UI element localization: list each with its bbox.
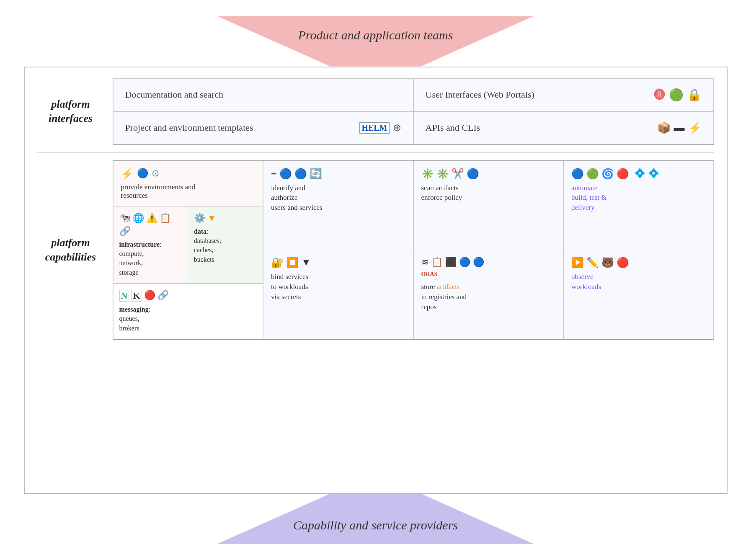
messaging-text: messaging:queues,brokers (119, 305, 257, 333)
icon-zot: ≋ (421, 257, 429, 268)
environments-top: ⚡ 🔵 ⊙ provide environments andresources (114, 161, 263, 207)
data-text: data:databases,caches,buckets (194, 227, 257, 265)
store-icons: ≋ 📋 ⬛ 🔵 🔵 (421, 257, 484, 268)
user-interfaces-text: User Interfaces (Web Portals) (426, 89, 650, 100)
icon-pencil: ✏️ (586, 257, 599, 268)
platform-capabilities-label-text: platformcapabilities (45, 236, 96, 264)
bottom-banner-label: Capability and service providers (293, 518, 458, 532)
interfaces-grid: Documentation and search User Interfaces… (113, 78, 714, 145)
main-container: Product and application teams platformin… (24, 16, 728, 544)
icon-nats: N (119, 290, 129, 302)
icon-backstage: 🅐 (654, 88, 666, 102)
icon-green-dot: 🟢 (669, 88, 684, 102)
icon-chevron-down: ▼ (207, 213, 217, 224)
top-banner-label: Product and application teams (298, 28, 453, 42)
scan-icons: ✳️ ✳️ ✂️ 🔵 (421, 168, 479, 180)
top-banner: Product and application teams (24, 16, 728, 67)
bind-icons: 🔐 ⏹️ ▼ (271, 257, 311, 268)
icon-rancher: 🐄 (119, 213, 131, 224)
icon-rotate: 🔄 (310, 168, 322, 180)
observe-cell: ▶️ ✏️ 🐻 🔴 observeworkloads (564, 250, 713, 339)
bind-services-cell: 🔐 ⏹️ ▼ bind servicesto workloadsvia secr… (263, 250, 413, 339)
cap-col-environments: ⚡ 🔵 ⊙ provide environments andresources … (113, 161, 263, 340)
platform-interfaces-label: platforminterfaces (37, 78, 104, 145)
platform-interfaces-section: platforminterfaces Documentation and sea… (37, 78, 714, 145)
bind-text: bind servicesto workloadsvia secrets (271, 272, 308, 302)
icon-argocd: 🟢 (586, 168, 599, 180)
icon-lightning: ⚡ (121, 168, 134, 180)
capabilities-grid: ⚡ 🔵 ⊙ provide environments andresources … (113, 160, 714, 340)
infrastructure-text: infrastructure:compute,network,storage (119, 240, 182, 278)
icon-cert: 🔵 (279, 168, 292, 180)
icon-down2: ▼ (301, 257, 311, 268)
icon-falco: ✳️ (421, 168, 434, 180)
platform-capabilities-label: platformcapabilities (37, 160, 104, 340)
identify-authorize-cell: ≡ 🔵 🔵 🔄 identify andauthorizeusers and s… (263, 161, 413, 250)
environments-top-icons: ⚡ 🔵 ⊙ (121, 168, 255, 180)
icon-diamond2: 💠 (648, 168, 659, 180)
section-divider (37, 152, 714, 153)
icon-kafka: K (131, 290, 142, 302)
automate-cell: 🔵 🟢 🌀 🔴 💠 💠 automatebuild, test &deliver… (564, 161, 713, 250)
icon-vault: 🔵 (294, 168, 307, 180)
bottom-banner: Capability and service providers (24, 494, 728, 544)
platform-capabilities-section: platformcapabilities ⚡ 🔵 ⊙ provide envir… (37, 160, 714, 340)
icon-lock: 🔒 (687, 88, 702, 102)
icon-blue1: 🔵 (137, 168, 148, 180)
icon-scan4: 🔵 (467, 168, 479, 180)
messaging-subcell: N K 🔴 🔗 messaging:queues,brokers (114, 284, 263, 339)
icon-vcluster: 🌐 (133, 213, 144, 224)
icon-gear-data: ⚙️ (194, 213, 205, 224)
cap-col-automate: 🔵 🟢 🌀 🔴 💠 💠 automatebuild, test &deliver… (563, 161, 714, 340)
identify-text: identify andauthorizeusers and services (271, 183, 323, 213)
doc-search-text: Documentation and search (125, 89, 401, 100)
environments-top-text: provide environments andresources (121, 183, 255, 200)
icon-terraform: ⚡ (688, 121, 702, 134)
project-templates-text: Project and environment templates (125, 122, 356, 133)
identify-icons: ≡ 🔵 🔵 🔄 (271, 168, 322, 180)
icon-store3: ⬛ (445, 257, 457, 268)
icon-list: ≡ (271, 168, 277, 180)
user-interfaces-icons: 🅐 🟢 🔒 (654, 88, 702, 102)
icon-store5: 🔵 (473, 257, 484, 268)
project-templates-icons: HELM ⊕ (359, 122, 401, 134)
helm-icon: HELM (359, 122, 389, 134)
scan-artifacts-cell: ✳️ ✳️ ✂️ 🔵 scan artifactsenforce policy (414, 161, 563, 250)
icon-diamond1: 💠 (634, 168, 645, 180)
scan-text: scan artifactsenforce policy (421, 183, 462, 203)
outer-content-box: platforminterfaces Documentation and sea… (24, 67, 728, 494)
observe-icons: ▶️ ✏️ 🐻 🔴 (571, 257, 629, 268)
oras-label: ORAS (421, 271, 438, 278)
data-icons: ⚙️ ▼ (194, 213, 257, 224)
store-artifacts-cell: ≋ 📋 ⬛ 🔵 🔵 ORAS store artifactsin registr… (414, 250, 563, 339)
infrastructure-subcell: 🐄 🌐 ⚠️ 📋 🔗 infrastructure:compute,networ… (114, 207, 188, 284)
apis-clis-icons: 📦 ▬ ⚡ (657, 121, 702, 134)
icon-lock2: 🔐 (271, 257, 284, 268)
apis-clis-text: APIs and CLIs (426, 122, 653, 133)
icon-tekton: 🔵 (571, 168, 584, 180)
cap-col-identity: ≡ 🔵 🔵 🔄 identify andauthorizeusers and s… (263, 161, 413, 340)
automate-icons: 🔵 🟢 🌀 🔴 💠 💠 (571, 168, 659, 180)
data-subcell: ⚙️ ▼ data:databases,caches,buckets (188, 207, 263, 284)
icon-messaging4: 🔗 (157, 290, 169, 302)
icon-observe4: 🔴 (617, 257, 629, 268)
icon-grid: 📋 (160, 213, 171, 224)
icon-flux: 🌀 (601, 168, 614, 180)
icon-play: ▶️ (571, 257, 584, 268)
icon-kubernetes: 📦 (657, 121, 671, 134)
messaging-icons: N K 🔴 🔗 (119, 290, 257, 302)
platform-interfaces-label-text: platforminterfaces (49, 97, 93, 126)
project-templates-cell: Project and environment templates HELM ⊕ (113, 111, 413, 145)
store-text: store artifactsin registries andrepos (421, 282, 467, 312)
cap-col-artifacts: ✳️ ✳️ ✂️ 🔵 scan artifactsenforce policy … (413, 161, 564, 340)
icon-auto4: 🔴 (617, 168, 629, 180)
icon-store4: 🔵 (459, 257, 470, 268)
environments-bottom-grid: 🐄 🌐 ⚠️ 📋 🔗 infrastructure:compute,networ… (114, 207, 263, 339)
doc-search-cell: Documentation and search (113, 78, 413, 111)
icon-square: ⏹️ (286, 257, 299, 268)
user-interfaces-cell: User Interfaces (Web Portals) 🅐 🟢 🔒 (413, 78, 714, 111)
observe-text: observeworkloads (571, 272, 601, 292)
crossplane-icon: ⊕ (393, 122, 401, 134)
icon-blue2: ⊙ (152, 168, 159, 180)
icon-kyverno: ✳️ (436, 168, 449, 180)
